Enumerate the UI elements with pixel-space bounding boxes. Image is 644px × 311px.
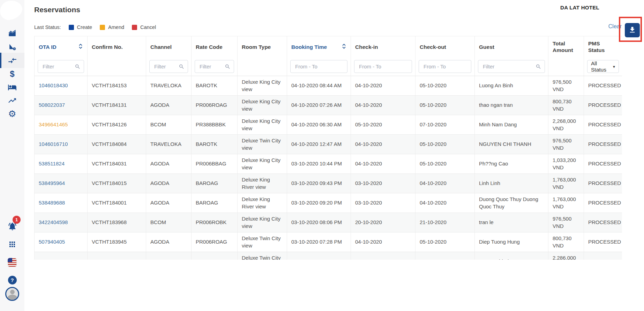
column-header-label: Booking Time: [291, 44, 327, 50]
rate-cell: BAROTK: [192, 135, 238, 154]
sidebar-item-finance[interactable]: $: [0, 67, 24, 81]
checkin-cell: 03-10-2020: [351, 252, 415, 260]
app-logo[interactable]: [0, 0, 24, 21]
chevron-down-icon: ▾: [613, 64, 615, 69]
ota-filter-input[interactable]: [38, 60, 84, 73]
checkout-cell: 04-10-2020: [415, 193, 475, 213]
help-button[interactable]: ?: [0, 273, 24, 287]
guest-cell: Linh Linh: [475, 174, 548, 193]
room-cell: Deluxe Twin City view: [238, 232, 287, 252]
ota-id-link[interactable]: 508022037: [35, 96, 88, 115]
rate-cell: PR006ROAG: [192, 96, 238, 115]
language-button[interactable]: [0, 256, 24, 269]
ota-id-link[interactable]: 538495964: [35, 174, 88, 193]
table-row: 507940405VCTHT183945AGODAPR006ROAGDeluxe…: [35, 232, 622, 252]
checkout-cell: 10-10-2020: [415, 252, 475, 260]
guest-cell: tran le: [475, 213, 548, 232]
apps-button[interactable]: [0, 237, 24, 251]
column-header-status: PMS Status: [584, 36, 622, 58]
table-row: 3496641465VCTHT184126BCOMPR388BBBKDeluxe…: [35, 115, 622, 135]
sidebar-item-dashboard[interactable]: [0, 26, 24, 40]
notifications-button[interactable]: [0, 219, 24, 233]
column-header-label: OTA ID: [39, 44, 57, 50]
booking-filter-input[interactable]: [290, 60, 347, 73]
checkout-cell: 05-10-2020: [415, 96, 475, 115]
ota-id-link[interactable]: 3496641465: [35, 115, 88, 135]
column-header-label: Guest: [479, 44, 494, 50]
channel-cell: BCOM: [146, 115, 192, 135]
clear-filters-link[interactable]: Clear: [608, 23, 622, 30]
sidebar-item-rates[interactable]: [0, 40, 24, 54]
legend-label: Last Status:: [34, 24, 61, 30]
rooms-bed-icon: [8, 83, 17, 92]
status-cell: PROCESSED: [584, 252, 622, 260]
column-header-booking[interactable]: Booking Time: [287, 36, 351, 58]
channel-filter-input[interactable]: [149, 60, 188, 73]
checkout-cell: 05-10-2020: [415, 154, 475, 174]
download-button[interactable]: [625, 23, 640, 37]
checkout-filter-input[interactable]: [419, 60, 471, 73]
amend-color-swatch: [100, 25, 105, 30]
booking-cell: 03-10-2020 07:28 PM: [287, 232, 351, 252]
finance-dollar-icon: $: [10, 69, 14, 79]
column-header-room: Room Type: [238, 36, 287, 58]
column-header-label: Total Amount: [553, 40, 579, 54]
channel-cell: AGODA: [146, 154, 192, 174]
confirm-cell: VCTHT184015: [88, 174, 146, 193]
create-color-swatch: [69, 25, 74, 30]
table-row: 1046016710VCTHT184084TRAVELOKABAROTKDelu…: [35, 135, 622, 154]
ota-id-link[interactable]: 3179605926: [35, 252, 88, 260]
column-header-ota[interactable]: OTA ID: [35, 36, 88, 58]
sidebar-item-reservations[interactable]: [0, 53, 24, 67]
guest-cell: thao ngan tran: [475, 96, 548, 115]
user-avatar: [5, 287, 19, 301]
guest-cell: Minh Nam Dang: [475, 115, 548, 135]
amount-cell: 1,033,200 VND: [548, 154, 584, 174]
ota-id-link[interactable]: 538489688: [35, 193, 88, 213]
ota-id-link[interactable]: 1046018430: [35, 76, 88, 96]
booking-cell: 04-10-2020 06:30 AM: [287, 115, 351, 135]
guest-cell: Diep Tuong Hung: [475, 232, 548, 252]
confirm-cell: VCTHT184131: [88, 96, 146, 115]
confirm-cell: VCTHT183968: [88, 213, 146, 232]
rate-filter-input[interactable]: [195, 60, 234, 73]
ota-id-link[interactable]: 507940405: [35, 232, 88, 252]
guest-filter-input[interactable]: [478, 60, 545, 73]
amount-cell: 2,286,000 VND: [548, 252, 584, 260]
sidebar-item-settings[interactable]: ⚙: [0, 107, 24, 121]
table-row: 538489688VCTHT184001AGODABAROAGDeluxe Ki…: [35, 193, 622, 213]
checkin-cell: 04-10-2020: [351, 135, 415, 154]
amount-cell: 976,500 VND: [548, 135, 584, 154]
user-menu-button[interactable]: [0, 287, 24, 301]
channel-cell: AGODA: [146, 96, 192, 115]
column-header-label: Channel: [150, 44, 172, 50]
checkout-cell: 05-10-2020: [415, 135, 475, 154]
booking-cell: 03-10-2020 06:10 PM: [287, 252, 351, 260]
channel-cell: AGODA: [146, 193, 192, 213]
legend-item-label: Amend: [108, 24, 124, 30]
sort-icon[interactable]: [78, 43, 83, 51]
status-cell: PROCESSED: [584, 96, 622, 115]
sidebar-item-rooms[interactable]: [0, 80, 24, 94]
checkout-cell: 07-10-2020: [415, 115, 475, 135]
status-cell: PROCESSED: [584, 135, 622, 154]
pms-status-select[interactable]: All Status▾: [587, 60, 619, 73]
checkin-filter-input[interactable]: [354, 60, 412, 73]
table-row: 538511824VCTHT184031AGODAPR006BBAGDeluxe…: [35, 154, 622, 174]
ota-id-link[interactable]: 538511824: [35, 154, 88, 174]
ota-id-link[interactable]: 3422404598: [35, 213, 88, 232]
rate-cell: BAROAG: [192, 193, 238, 213]
channel-cell: TRAVELOKA: [146, 135, 192, 154]
status-cell: PROCESSED: [584, 213, 622, 232]
room-cell: Deluxe King City view: [238, 96, 287, 115]
checkin-cell: 04-10-2020: [351, 154, 415, 174]
column-header-channel: Channel: [146, 36, 192, 58]
last-status-legend: Last Status: Create Amend Cancel: [34, 24, 156, 30]
legend-item-label: Cancel: [140, 24, 156, 30]
sort-icon[interactable]: [342, 43, 346, 51]
ota-id-link[interactable]: 1046016710: [35, 135, 88, 154]
guest-cell: NGUYEN CHI THANH: [475, 135, 548, 154]
sidebar-item-analytics[interactable]: [0, 94, 24, 108]
booking-cell: 04-10-2020 08:44 AM: [287, 76, 351, 96]
status-cell: PROCESSED: [584, 154, 622, 174]
